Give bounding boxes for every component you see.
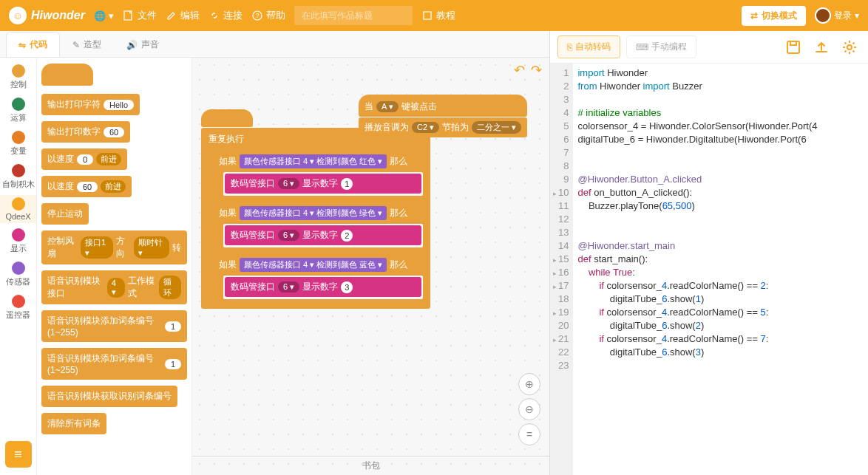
svg-rect-3 — [424, 12, 431, 19]
cond-blue[interactable]: 颜色传感器接口4 ▾检测到颜色蓝色 ▾ — [240, 258, 387, 272]
palette-fan-control[interactable]: 控制风扇接口1 ▾方向顺时针 ▾转 — [41, 230, 187, 264]
tab-manual-code[interactable]: ⌨ 手动编程 — [626, 35, 696, 58]
if-red[interactable]: 如果 颜色传感器接口4 ▾检测到颜色红色 ▾ 那么 数码管接口6 ▾显示数字1 — [211, 149, 426, 200]
palette-voice-mode[interactable]: 语音识别模块接口4 ▾工作模式循环 — [41, 270, 187, 304]
block-palette[interactable]: 输出打印字符Hello 输出打印数字60 以速度0前进 以速度60前进 停止运动… — [37, 58, 192, 475]
if-blue[interactable]: 如果 颜色传感器接口4 ▾检测到颜色蓝色 ▾ 那么 数码管接口6 ▾显示数字3 — [211, 253, 426, 304]
code-icon: ⇋ — [18, 40, 26, 50]
palette-stop[interactable]: 停止运动 — [41, 203, 89, 225]
menu-edit[interactable]: 编辑 — [166, 9, 200, 22]
zoom-in-button[interactable]: ⊕ — [518, 373, 540, 395]
stack-main-loop[interactable]: 重复执行 如果 颜色传感器接口4 ▾检测到颜色红色 ▾ 那么 数码管接口6 ▾显… — [201, 109, 430, 310]
block-canvas[interactable]: ↶ ↷ 重复执行 如果 颜色传感器接口4 ▾检测到颜色红色 ▾ — [192, 58, 549, 475]
auto-icon: ⎘ — [567, 42, 572, 52]
tab-sounds[interactable]: 🔊 声音 — [114, 32, 172, 57]
menu-file[interactable]: 文件 — [123, 9, 157, 22]
file-icon — [123, 10, 135, 21]
undo-redo: ↶ ↷ — [514, 62, 542, 78]
save-button[interactable] — [782, 36, 804, 58]
logo: ☺ Hiwonder — [9, 7, 85, 24]
tab-costumes[interactable]: ✎ 造型 — [60, 32, 114, 57]
play-tone[interactable]: 播放音调为C2 ▾节拍为二分之一 ▾ — [359, 117, 527, 137]
backpack-label[interactable]: 书包 — [192, 456, 549, 472]
category-sidebar: 控制 运算 变量 自制积木 QdeeX 显示 传感器 遥控器 ≡ — [0, 58, 37, 475]
palette-voice-add-2[interactable]: 语音识别模块添加词条编号(1~255)1 — [41, 348, 187, 380]
edit-icon — [166, 10, 177, 21]
editor-tabs: ⇋ 代码 ✎ 造型 🔊 声音 — [0, 31, 549, 58]
sound-icon: 🔊 — [126, 40, 138, 50]
show-2[interactable]: 数码管接口6 ▾显示数字2 — [225, 225, 421, 245]
zoom-controls: ⊕ ⊖ = — [518, 373, 540, 445]
if-green[interactable]: 如果 颜色传感器接口4 ▾检测到颜色绿色 ▾ 那么 数码管接口6 ▾显示数字2 — [211, 201, 426, 252]
upload-button[interactable] — [810, 36, 833, 58]
palette-voice-clear[interactable]: 清除所有词条 — [41, 413, 106, 434]
cond-red[interactable]: 颜色传感器接口4 ▾检测到颜色红色 ▾ — [240, 154, 387, 168]
svg-rect-4 — [787, 41, 799, 53]
category-myblocks[interactable]: 自制积木 — [0, 162, 36, 192]
globe-icon: 🌐 — [94, 10, 106, 21]
menu-help[interactable]: ? 帮助 — [251, 9, 285, 22]
brand-name: Hiwonder — [31, 9, 85, 22]
help-icon: ? — [251, 10, 263, 21]
category-display[interactable]: 显示 — [0, 226, 36, 256]
hat-block[interactable] — [201, 109, 253, 127]
link-icon — [208, 10, 220, 21]
switch-mode-button[interactable]: ⇄ 切换模式 — [742, 6, 806, 26]
category-remote[interactable]: 遥控器 — [0, 293, 36, 323]
palette-hat-block[interactable] — [41, 64, 93, 86]
palette-speed-0[interactable]: 以速度0前进 — [41, 148, 127, 170]
code-panel: ⎘ 自动转码 ⌨ 手动编程 12345678910111213141516171… — [550, 31, 868, 475]
svg-text:?: ? — [255, 12, 259, 19]
tab-code[interactable]: ⇋ 代码 — [6, 32, 60, 57]
plus-icon: ≡ — [14, 447, 22, 462]
show-1[interactable]: 数码管接口6 ▾显示数字1 — [225, 174, 421, 194]
undo-button[interactable]: ↶ — [514, 62, 525, 78]
manual-icon: ⌨ — [636, 42, 648, 52]
show-3[interactable]: 数码管接口6 ▾显示数字3 — [225, 277, 421, 297]
category-control[interactable]: 控制 — [0, 62, 36, 92]
menu-connect[interactable]: 连接 — [208, 9, 243, 22]
language-selector[interactable]: 🌐 ▾ — [94, 10, 114, 21]
category-variables[interactable]: 变量 — [0, 129, 36, 159]
swap-icon: ⇄ — [750, 10, 758, 21]
forever-block[interactable]: 重复执行 如果 颜色传感器接口4 ▾检测到颜色红色 ▾ 那么 数码管接口6 ▾显… — [201, 128, 430, 309]
category-operators[interactable]: 运算 — [0, 95, 36, 126]
svg-point-6 — [847, 45, 852, 49]
code-editor[interactable]: 1234567891011121314151617181920212223 im… — [550, 64, 868, 475]
book-icon — [421, 10, 433, 21]
svg-rect-5 — [790, 41, 796, 45]
redo-button[interactable]: ↷ — [531, 62, 542, 78]
chevron-down-icon: ▾ — [855, 10, 859, 21]
cond-green[interactable]: 颜色传感器接口4 ▾检测到颜色绿色 ▾ — [240, 206, 387, 220]
add-extension-button[interactable]: ≡ — [5, 441, 32, 468]
tab-auto-code[interactable]: ⎘ 自动转码 — [557, 35, 620, 58]
project-title-input[interactable] — [294, 6, 413, 25]
category-sensors[interactable]: 传感器 — [0, 259, 36, 290]
when-a-pressed[interactable]: 当A ▾键被点击 — [359, 95, 527, 117]
palette-voice-get[interactable]: 语音识别模块获取识别词条编号 — [41, 386, 177, 407]
login-button[interactable]: 登录 ▾ — [815, 7, 859, 24]
stack-button-a[interactable]: 当A ▾键被点击 播放音调为C2 ▾节拍为二分之一 ▾ — [359, 95, 527, 138]
menu-tutorial[interactable]: 教程 — [421, 9, 455, 22]
zoom-out-button[interactable]: ⊖ — [518, 398, 540, 420]
settings-button[interactable] — [838, 36, 861, 58]
palette-speed-60[interactable]: 以速度60前进 — [41, 176, 132, 197]
palette-voice-add-1[interactable]: 语音识别模块添加词条编号(1~255)1 — [41, 310, 187, 342]
palette-print-number[interactable]: 输出打印数字60 — [41, 121, 130, 143]
topbar: ☺ Hiwonder 🌐 ▾ 文件 编辑 连接 ? 帮助 教程 ⇄ 切换模式 登… — [0, 0, 868, 31]
costume-icon: ✎ — [72, 40, 80, 50]
avatar-icon — [815, 7, 831, 24]
zoom-reset-button[interactable]: = — [518, 423, 540, 445]
category-qdeex[interactable]: QdeeX — [0, 195, 36, 223]
logo-icon: ☺ — [9, 7, 27, 24]
palette-print-string[interactable]: 输出打印字符Hello — [41, 94, 140, 115]
